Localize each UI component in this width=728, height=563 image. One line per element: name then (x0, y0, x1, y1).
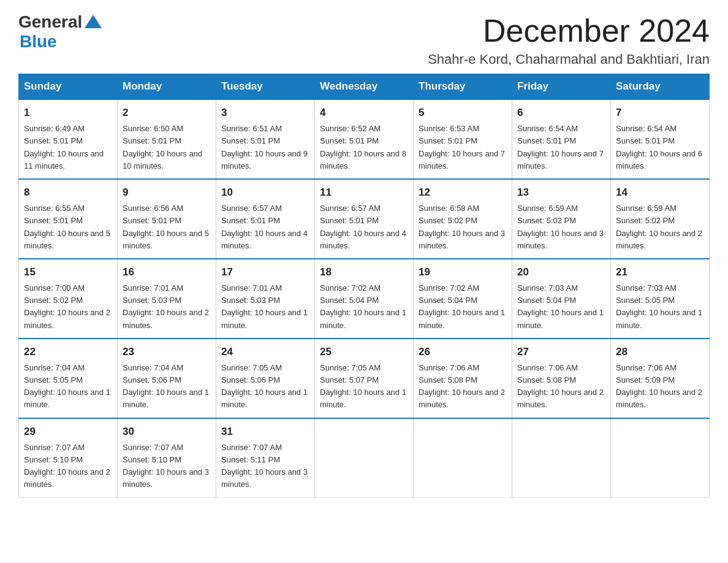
sunrise-text: Sunrise: 7:07 AM (221, 443, 282, 452)
daylight-text: Daylight: 10 hours and 2 minutes. (24, 308, 110, 329)
sunset-text: Sunset: 5:01 PM (24, 136, 83, 145)
page-header: General Blue December 2024 Shahr-e Kord,… (18, 12, 710, 67)
sunrise-text: Sunrise: 7:03 AM (616, 283, 677, 293)
sunset-text: Sunset: 5:07 PM (320, 375, 379, 385)
daylight-text: Daylight: 10 hours and 1 minute. (419, 308, 505, 329)
day-number: 7 (616, 105, 704, 121)
sunrise-text: Sunrise: 6:55 AM (24, 204, 85, 213)
title-section: December 2024 Shahr-e Kord, Chaharmahal … (428, 12, 710, 67)
daylight-text: Daylight: 10 hours and 1 minute. (320, 388, 406, 409)
daylight-text: Daylight: 10 hours and 1 minute. (123, 388, 209, 409)
calendar-cell: 15 Sunrise: 7:00 AM Sunset: 5:02 PM Dayl… (19, 259, 118, 339)
daylight-text: Daylight: 10 hours and 2 minutes. (616, 388, 702, 409)
sunset-text: Sunset: 5:05 PM (24, 375, 83, 385)
calendar-week-row: 29 Sunrise: 7:07 AM Sunset: 5:10 PM Dayl… (19, 418, 710, 497)
sunrise-text: Sunrise: 6:58 AM (419, 204, 479, 213)
sunrise-text: Sunrise: 7:02 AM (419, 283, 479, 293)
calendar-cell (315, 418, 414, 497)
day-number: 3 (221, 105, 309, 121)
column-header-wednesday: Wednesday (315, 74, 414, 100)
sunset-text: Sunset: 5:08 PM (517, 375, 576, 385)
sunset-text: Sunset: 5:10 PM (24, 455, 83, 464)
sunset-text: Sunset: 5:01 PM (517, 136, 576, 145)
sunrise-text: Sunrise: 7:07 AM (123, 443, 183, 452)
sunset-text: Sunset: 5:02 PM (616, 216, 675, 225)
calendar-cell: 14 Sunrise: 6:59 AM Sunset: 5:02 PM Dayl… (611, 179, 710, 259)
sunset-text: Sunset: 5:04 PM (419, 296, 477, 305)
sunrise-text: Sunrise: 6:56 AM (123, 204, 183, 213)
sunrise-text: Sunrise: 7:03 AM (517, 283, 578, 293)
logo-blue-text: Blue (20, 32, 57, 52)
sunrise-text: Sunrise: 7:04 AM (123, 363, 183, 372)
calendar-cell (512, 418, 611, 497)
day-number: 22 (24, 344, 112, 360)
sunset-text: Sunset: 5:03 PM (221, 296, 280, 305)
calendar-cell: 1 Sunrise: 6:49 AM Sunset: 5:01 PM Dayli… (19, 99, 118, 179)
day-number: 12 (419, 185, 507, 201)
daylight-text: Daylight: 10 hours and 2 minutes. (123, 308, 209, 329)
calendar-cell: 20 Sunrise: 7:03 AM Sunset: 5:04 PM Dayl… (512, 259, 611, 339)
calendar-cell: 7 Sunrise: 6:54 AM Sunset: 5:01 PM Dayli… (611, 99, 710, 179)
daylight-text: Daylight: 10 hours and 7 minutes. (517, 149, 604, 170)
calendar-week-row: 8 Sunrise: 6:55 AM Sunset: 5:01 PM Dayli… (19, 179, 710, 259)
calendar-cell (611, 418, 710, 497)
sunset-text: Sunset: 5:01 PM (320, 136, 379, 145)
calendar-cell: 8 Sunrise: 6:55 AM Sunset: 5:01 PM Dayli… (19, 179, 118, 259)
sunrise-text: Sunrise: 6:59 AM (616, 204, 677, 213)
day-number: 1 (24, 105, 112, 121)
calendar-cell: 13 Sunrise: 6:59 AM Sunset: 5:02 PM Dayl… (512, 179, 611, 259)
calendar-cell: 6 Sunrise: 6:54 AM Sunset: 5:01 PM Dayli… (512, 99, 611, 179)
daylight-text: Daylight: 10 hours and 2 minutes. (616, 229, 702, 250)
logo: General Blue (18, 12, 102, 52)
sunrise-text: Sunrise: 7:06 AM (616, 363, 677, 372)
sunset-text: Sunset: 5:01 PM (24, 216, 83, 225)
sunrise-text: Sunrise: 6:52 AM (320, 124, 381, 133)
daylight-text: Daylight: 10 hours and 4 minutes. (221, 229, 308, 250)
sunset-text: Sunset: 5:01 PM (123, 136, 181, 145)
day-number: 19 (419, 264, 507, 280)
day-number: 6 (517, 105, 605, 121)
day-number: 18 (320, 264, 408, 280)
day-number: 20 (517, 264, 605, 280)
column-header-friday: Friday (512, 74, 611, 100)
sunset-text: Sunset: 5:03 PM (123, 296, 181, 305)
day-number: 15 (24, 264, 112, 280)
daylight-text: Daylight: 10 hours and 1 minute. (221, 388, 308, 409)
calendar-cell: 25 Sunrise: 7:05 AM Sunset: 5:07 PM Dayl… (315, 339, 414, 418)
daylight-text: Daylight: 10 hours and 3 minutes. (221, 467, 308, 489)
day-number: 9 (123, 185, 211, 201)
sunrise-text: Sunrise: 7:06 AM (517, 363, 578, 372)
sunrise-text: Sunrise: 7:00 AM (24, 283, 85, 293)
day-number: 10 (221, 185, 309, 201)
sunset-text: Sunset: 5:05 PM (616, 296, 675, 305)
calendar-cell: 18 Sunrise: 7:02 AM Sunset: 5:04 PM Dayl… (315, 259, 414, 339)
sunset-text: Sunset: 5:01 PM (320, 216, 379, 225)
sunset-text: Sunset: 5:02 PM (517, 216, 576, 225)
day-number: 30 (123, 424, 211, 440)
column-header-thursday: Thursday (414, 74, 512, 100)
daylight-text: Daylight: 10 hours and 4 minutes. (320, 229, 406, 250)
day-number: 17 (221, 264, 309, 280)
logo-general-text: General (18, 12, 82, 32)
sunrise-text: Sunrise: 6:50 AM (123, 124, 183, 133)
calendar-table: SundayMondayTuesdayWednesdayThursdayFrid… (18, 74, 710, 498)
day-number: 2 (123, 105, 211, 121)
daylight-text: Daylight: 10 hours and 6 minutes. (616, 149, 702, 170)
sunset-text: Sunset: 5:01 PM (419, 136, 477, 145)
sunrise-text: Sunrise: 6:54 AM (517, 124, 578, 133)
subtitle: Shahr-e Kord, Chaharmahal and Bakhtiari,… (428, 52, 710, 67)
calendar-cell: 30 Sunrise: 7:07 AM Sunset: 5:10 PM Dayl… (118, 418, 216, 497)
daylight-text: Daylight: 10 hours and 2 minutes. (517, 388, 604, 409)
sunset-text: Sunset: 5:01 PM (123, 216, 181, 225)
sunrise-text: Sunrise: 7:05 AM (221, 363, 282, 372)
day-number: 28 (616, 344, 704, 360)
calendar-cell: 28 Sunrise: 7:06 AM Sunset: 5:09 PM Dayl… (611, 339, 710, 418)
day-number: 14 (616, 185, 704, 201)
day-number: 21 (616, 264, 704, 280)
calendar-week-row: 15 Sunrise: 7:00 AM Sunset: 5:02 PM Dayl… (19, 259, 710, 339)
calendar-cell: 31 Sunrise: 7:07 AM Sunset: 5:11 PM Dayl… (216, 418, 315, 497)
sunrise-text: Sunrise: 6:59 AM (517, 204, 578, 213)
calendar-cell: 9 Sunrise: 6:56 AM Sunset: 5:01 PM Dayli… (118, 179, 216, 259)
sunset-text: Sunset: 5:02 PM (24, 296, 83, 305)
daylight-text: Daylight: 10 hours and 10 minutes. (123, 149, 202, 170)
